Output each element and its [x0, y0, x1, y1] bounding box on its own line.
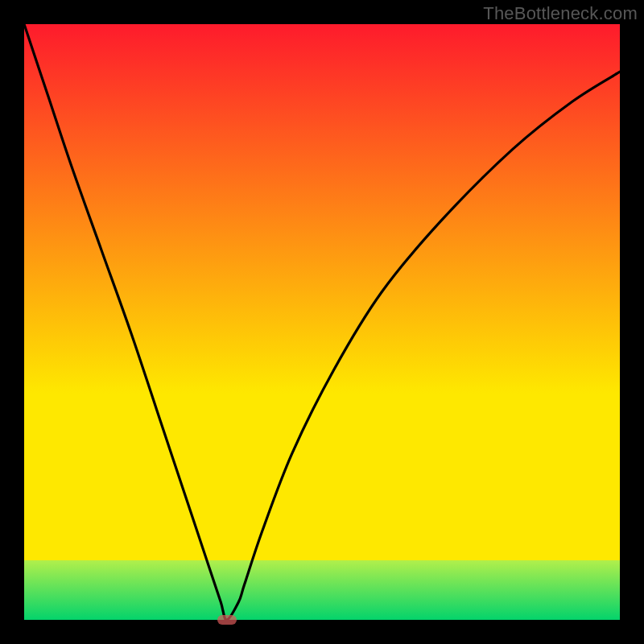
gradient-background — [24, 24, 620, 620]
optimal-marker — [217, 615, 237, 625]
bottleneck-chart — [24, 24, 620, 620]
watermark-text: TheBottleneck.com — [483, 3, 638, 24]
chart-frame — [24, 24, 620, 620]
